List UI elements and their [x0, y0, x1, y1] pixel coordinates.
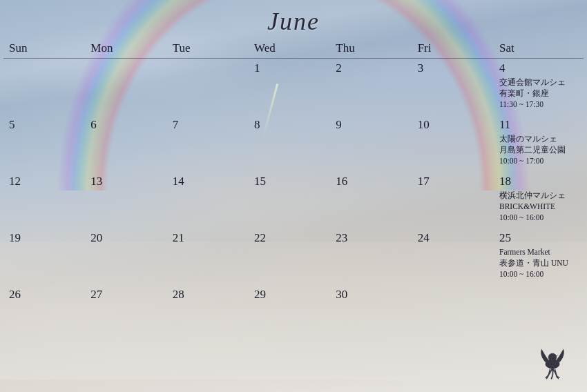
day-number: 13	[90, 175, 161, 188]
event-text: Farmers Market	[499, 246, 578, 257]
calendar-cell: 1	[249, 59, 330, 115]
calendar-table: SunMonTueWedThuFriSat 1234交通会館マルシェ有楽町・銀座…	[3, 40, 584, 342]
day-number: 16	[336, 175, 406, 188]
event-text: 11:30 ~ 17:30	[499, 99, 578, 110]
calendar-cell	[3, 59, 85, 115]
event-text: 10:00 ~ 16:00	[499, 268, 578, 280]
event-text: 有楽町・銀座	[499, 88, 578, 99]
day-number: 8	[254, 118, 325, 132]
day-number: 22	[254, 231, 325, 245]
col-header-mon: Mon	[85, 40, 166, 59]
calendar-cell: 20	[85, 228, 166, 285]
calendar-cell: 22	[249, 228, 330, 285]
day-number: 5	[9, 118, 79, 132]
day-number: 7	[173, 118, 243, 132]
event-text: 月島第二児童公園	[499, 144, 578, 155]
day-number: 15	[254, 175, 325, 188]
calendar-row-2: 567891011太陽のマルシェ月島第二児童公園10:00 ~ 17:00	[3, 115, 584, 172]
day-number: 12	[9, 175, 79, 188]
calendar-cell: 30	[330, 285, 412, 342]
day-number: 3	[418, 61, 488, 75]
calendar-cell: 6	[85, 115, 166, 172]
day-number: 26	[9, 288, 79, 302]
bird-logo	[528, 337, 577, 385]
calendar: June SunMonTueWedThuFriSat 1234交通会館マルシェ有…	[0, 0, 587, 392]
calendar-cell: 3	[412, 59, 494, 115]
calendar-row-4: 19202122232425Farmers Market表参道・青山 UNU10…	[3, 228, 584, 285]
day-number: 19	[9, 231, 79, 245]
calendar-cell: 14	[167, 172, 249, 228]
svg-point-1	[548, 353, 557, 362]
calendar-cell: 16	[330, 172, 412, 228]
day-number: 6	[90, 118, 161, 132]
day-number: 25	[499, 231, 578, 245]
calendar-cell: 2	[330, 59, 412, 115]
calendar-cell: 25Farmers Market表参道・青山 UNU10:00 ~ 16:00	[494, 228, 584, 285]
calendar-cell: 7	[167, 115, 249, 172]
day-number: 18	[499, 175, 578, 188]
day-number: 30	[336, 288, 406, 302]
calendar-cell: 15	[249, 172, 330, 228]
calendar-header-row: SunMonTueWedThuFriSat	[3, 40, 584, 59]
calendar-cell	[85, 59, 166, 115]
calendar-cell: 27	[85, 285, 166, 342]
calendar-cell: 28	[167, 285, 249, 342]
calendar-row-3: 12131415161718横浜北仲マルシェBRICK&WHITE10:00 ~…	[3, 172, 584, 228]
calendar-cell: 4交通会館マルシェ有楽町・銀座11:30 ~ 17:30	[494, 59, 584, 115]
event-text: 交通会館マルシェ	[499, 77, 578, 88]
calendar-cell	[494, 285, 584, 342]
calendar-cell: 5	[3, 115, 85, 172]
col-header-thu: Thu	[330, 40, 412, 59]
col-header-wed: Wed	[249, 40, 330, 59]
event-text: 横浜北仲マルシェ	[499, 190, 578, 201]
month-title: June	[3, 7, 584, 36]
calendar-container: June SunMonTueWedThuFriSat 1234交通会館マルシェ有…	[0, 0, 587, 392]
day-number: 28	[173, 288, 243, 302]
calendar-cell: 9	[330, 115, 412, 172]
day-number: 1	[254, 61, 325, 75]
event-text: 表参道・青山 UNU	[499, 257, 578, 268]
day-number: 27	[90, 288, 161, 302]
calendar-cell	[412, 285, 494, 342]
calendar-cell: 19	[3, 228, 85, 285]
col-header-sat: Sat	[494, 40, 584, 59]
day-number: 10	[418, 118, 488, 132]
event-text: 太陽のマルシェ	[499, 133, 578, 144]
event-text: 10:00 ~ 17:00	[499, 155, 578, 166]
calendar-row-1: 1234交通会館マルシェ有楽町・銀座11:30 ~ 17:30	[3, 59, 584, 115]
col-header-tue: Tue	[167, 40, 249, 59]
calendar-cell: 29	[249, 285, 330, 342]
calendar-cell	[167, 59, 249, 115]
day-number: 14	[173, 175, 243, 188]
calendar-cell: 26	[3, 285, 85, 342]
day-number: 20	[90, 231, 161, 245]
calendar-cell: 10	[412, 115, 494, 172]
calendar-cell: 13	[85, 172, 166, 228]
event-text: 10:00 ~ 16:00	[499, 212, 578, 223]
day-number: 9	[336, 118, 406, 132]
day-number: 4	[499, 61, 578, 75]
day-number: 17	[418, 175, 488, 188]
col-header-fri: Fri	[412, 40, 494, 59]
calendar-cell: 23	[330, 228, 412, 285]
calendar-cell: 24	[412, 228, 494, 285]
col-header-sun: Sun	[3, 40, 85, 59]
calendar-cell: 17	[412, 172, 494, 228]
day-number: 11	[499, 118, 578, 132]
calendar-row-5: 2627282930	[3, 285, 584, 342]
calendar-cell: 8	[249, 115, 330, 172]
day-number: 23	[336, 231, 406, 245]
calendar-cell: 11太陽のマルシェ月島第二児童公園10:00 ~ 17:00	[494, 115, 584, 172]
calendar-cell: 18横浜北仲マルシェBRICK&WHITE10:00 ~ 16:00	[494, 172, 584, 228]
calendar-cell: 12	[3, 172, 85, 228]
calendar-cell: 21	[167, 228, 249, 285]
day-number: 24	[418, 231, 488, 245]
day-number: 2	[336, 61, 406, 75]
day-number: 21	[173, 231, 243, 245]
event-text: BRICK&WHITE	[499, 201, 578, 212]
day-number: 29	[254, 288, 325, 302]
